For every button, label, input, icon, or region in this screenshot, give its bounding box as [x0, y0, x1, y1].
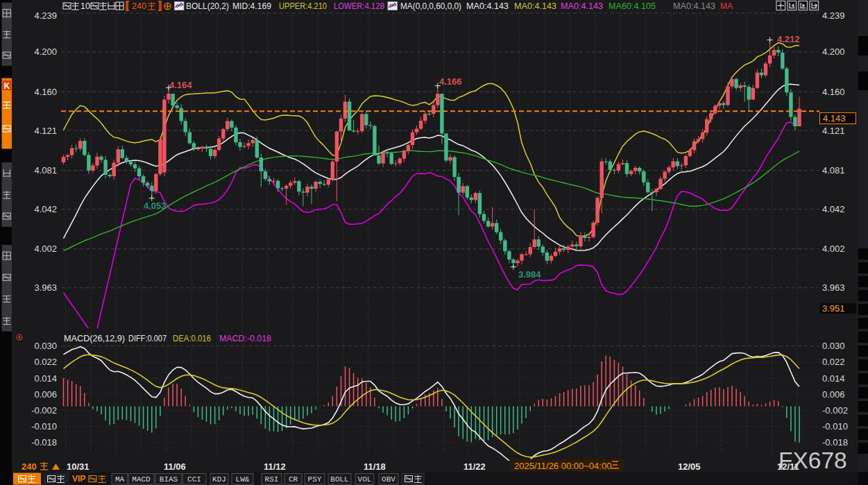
- svg-text:0.030: 0.030: [34, 341, 57, 351]
- svg-text:DIFF:0.007: DIFF:0.007: [128, 334, 167, 343]
- svg-text:0.022: 0.022: [822, 357, 845, 367]
- svg-text:MA0:4.143: MA0:4.143: [673, 1, 715, 11]
- svg-text:MA0:4.143: MA0:4.143: [561, 1, 603, 11]
- svg-text:4.200: 4.200: [822, 46, 845, 57]
- svg-text:4.212: 4.212: [777, 34, 800, 44]
- svg-text:11/22: 11/22: [463, 461, 486, 472]
- svg-text:4.166: 4.166: [439, 76, 462, 87]
- svg-text:3.984: 3.984: [518, 269, 541, 280]
- svg-text:2025/11/26 00:00~04:00: 2025/11/26 00:00~04:00: [514, 461, 611, 471]
- svg-text:MACD: MACD: [132, 475, 151, 484]
- svg-text:4.042: 4.042: [34, 204, 57, 214]
- svg-text:-0.002: -0.002: [31, 405, 57, 416]
- svg-text:0.022: 0.022: [34, 357, 57, 367]
- svg-text:LOWER:4.128: LOWER:4.128: [334, 1, 384, 11]
- svg-text:11/18: 11/18: [364, 461, 386, 472]
- svg-text:4.143: 4.143: [823, 113, 846, 124]
- svg-text:LW&: LW&: [236, 475, 250, 484]
- svg-text:4.121: 4.121: [34, 126, 57, 136]
- svg-text:VIP: VIP: [72, 474, 85, 484]
- svg-text:-0.018: -0.018: [822, 437, 848, 448]
- svg-text:4.002: 4.002: [822, 244, 845, 254]
- svg-text:-0.002: -0.002: [822, 405, 848, 416]
- svg-text:10/31: 10/31: [67, 461, 90, 472]
- svg-text:OBV: OBV: [382, 475, 395, 484]
- svg-text:240: 240: [22, 461, 37, 472]
- svg-text:CCI: CCI: [187, 475, 201, 484]
- svg-text:11/06: 11/06: [164, 461, 186, 472]
- svg-text:VOL: VOL: [358, 475, 372, 484]
- svg-text:BOLL: BOLL: [330, 475, 348, 484]
- svg-text:0.006: 0.006: [822, 389, 845, 400]
- svg-text:0.006: 0.006: [34, 389, 57, 400]
- svg-text:4.239: 4.239: [822, 10, 845, 21]
- svg-text:MA60:4.105: MA60:4.105: [609, 1, 656, 11]
- svg-text:11/12: 11/12: [264, 461, 286, 472]
- svg-text:0.014: 0.014: [822, 373, 845, 384]
- svg-text:MA: MA: [115, 475, 125, 484]
- svg-text:4.081: 4.081: [822, 165, 845, 176]
- svg-text:K: K: [3, 81, 10, 91]
- svg-text:UPPER:4.210: UPPER:4.210: [279, 1, 327, 11]
- svg-text:-0.018: -0.018: [31, 437, 57, 448]
- svg-text:240: 240: [132, 1, 146, 11]
- svg-text:0.014: 0.014: [34, 373, 57, 384]
- svg-text:10: 10: [80, 1, 90, 11]
- svg-text:4.081: 4.081: [34, 165, 57, 176]
- svg-text:3.963: 3.963: [34, 282, 57, 293]
- svg-text:MACD(26,12,9): MACD(26,12,9): [64, 334, 125, 343]
- svg-text:-0.010: -0.010: [31, 421, 57, 432]
- svg-text:MA(0,0,0,60,0,0): MA(0,0,0,60,0,0): [400, 1, 461, 11]
- svg-text:4.002: 4.002: [34, 244, 57, 254]
- svg-text:MA: MA: [720, 1, 733, 11]
- svg-text:DEA:0.016: DEA:0.016: [173, 334, 211, 343]
- svg-text:12/05: 12/05: [678, 461, 701, 472]
- svg-text:KDJ: KDJ: [212, 475, 226, 484]
- svg-text:4.164: 4.164: [169, 80, 192, 90]
- svg-text:BIAS: BIAS: [160, 475, 178, 484]
- svg-text:BOLL(20,2): BOLL(20,2): [186, 1, 229, 11]
- svg-text:4.121: 4.121: [822, 126, 845, 136]
- svg-text:0.030: 0.030: [822, 341, 845, 351]
- svg-text:4.042: 4.042: [822, 204, 845, 214]
- svg-text:4.160: 4.160: [822, 87, 845, 97]
- svg-text:MA0:4.143: MA0:4.143: [514, 1, 556, 11]
- svg-text:4.200: 4.200: [34, 46, 57, 57]
- svg-text:MA0:4.143: MA0:4.143: [466, 1, 509, 11]
- svg-text:MID:4.169: MID:4.169: [232, 1, 271, 11]
- svg-text:4.239: 4.239: [34, 10, 57, 21]
- svg-text:-0.010: -0.010: [822, 421, 848, 432]
- svg-text:4.160: 4.160: [34, 87, 57, 97]
- svg-text:MACD:-0.018: MACD:-0.018: [219, 334, 271, 343]
- svg-text:3.963: 3.963: [822, 282, 845, 293]
- svg-text:RSI: RSI: [265, 475, 279, 484]
- svg-text:FX678: FX678: [778, 448, 847, 473]
- svg-text:4.053: 4.053: [144, 201, 167, 211]
- svg-text:3.951: 3.951: [822, 303, 845, 314]
- svg-text:PSY: PSY: [308, 475, 322, 484]
- svg-text:CR: CR: [289, 475, 298, 484]
